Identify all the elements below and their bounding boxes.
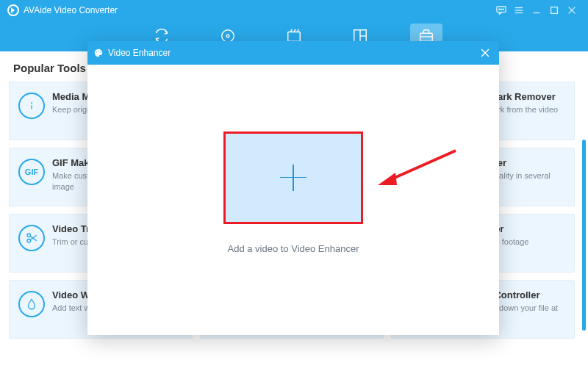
app-title: AVAide Video Converter xyxy=(24,5,118,15)
svg-point-31 xyxy=(96,51,97,52)
svg-point-2 xyxy=(501,9,501,10)
gif-icon: GIF xyxy=(18,159,45,185)
titlebar: AVAide Video Converter xyxy=(0,0,588,20)
scrollbar[interactable] xyxy=(582,140,586,331)
modal-title: Video Enhancer xyxy=(108,48,171,58)
add-video-dropzone[interactable] xyxy=(223,132,363,224)
modal-close-button[interactable] xyxy=(477,45,493,61)
palette-icon xyxy=(93,48,104,58)
video-enhancer-modal: Video Enhancer Add a video to Video Enha… xyxy=(87,41,499,335)
maximize-button[interactable] xyxy=(545,1,563,19)
svg-rect-13 xyxy=(288,32,301,41)
svg-rect-8 xyxy=(551,7,558,13)
svg-point-33 xyxy=(100,51,101,52)
svg-point-11 xyxy=(222,29,234,42)
scissors-icon xyxy=(18,225,45,251)
modal-body: Add a video to Video Enhancer xyxy=(87,65,499,335)
modal-header: Video Enhancer xyxy=(87,41,499,65)
svg-line-26 xyxy=(30,236,37,240)
svg-point-32 xyxy=(98,50,98,51)
drop-icon xyxy=(18,291,45,317)
svg-point-1 xyxy=(499,9,500,10)
svg-point-12 xyxy=(226,35,229,37)
dropzone-label: Add a video to Video Enhancer xyxy=(227,243,359,254)
plus-icon xyxy=(280,165,306,191)
svg-line-27 xyxy=(30,235,37,239)
info-icon xyxy=(18,93,45,119)
svg-rect-17 xyxy=(420,33,433,41)
app-logo-icon xyxy=(7,4,19,16)
menu-button[interactable] xyxy=(510,1,528,19)
svg-point-3 xyxy=(503,9,503,10)
close-button[interactable] xyxy=(563,1,581,19)
svg-point-19 xyxy=(31,102,32,104)
feedback-button[interactable] xyxy=(492,1,510,19)
minimize-button[interactable] xyxy=(528,1,545,19)
